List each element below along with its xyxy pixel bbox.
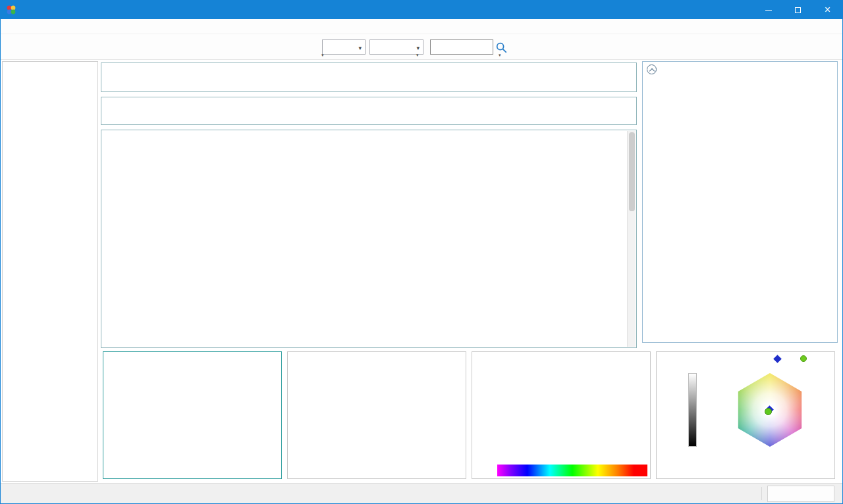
menu-bar <box>1 19 842 34</box>
maximize-button[interactable] <box>783 1 813 19</box>
app-logo-icon <box>6 5 16 15</box>
auto-button[interactable] <box>767 486 834 502</box>
search-input[interactable] <box>430 39 493 55</box>
statusbar-separator <box>761 487 762 500</box>
color-difference-panel <box>642 61 838 343</box>
close-icon <box>825 5 830 15</box>
sample-table-box <box>101 130 637 348</box>
app-window <box>0 0 843 504</box>
lab-gamut-chart[interactable] <box>656 351 835 479</box>
status-bar <box>1 483 842 503</box>
table-scrollbar[interactable] <box>627 131 636 347</box>
maximize-icon <box>795 7 801 13</box>
illuminant-observer-select[interactable] <box>369 39 423 55</box>
toolbar <box>1 34 842 60</box>
toolstrip-overflow-icon[interactable] <box>499 53 501 58</box>
scrollbar-thumb[interactable] <box>629 132 635 211</box>
chevron-down-icon <box>358 43 362 52</box>
title-bar <box>1 1 842 19</box>
spectrum-color-bar <box>497 465 647 476</box>
toolstrip-overflow-icon[interactable] <box>321 53 324 58</box>
minimize-icon <box>765 10 772 11</box>
reflectance-spectrum-chart[interactable] <box>472 351 651 479</box>
close-button[interactable] <box>813 1 842 19</box>
sample-tree <box>2 61 98 482</box>
delta-ab-scatter-chart[interactable] <box>103 351 282 479</box>
standard-table-box <box>101 97 637 125</box>
tolerance-table-box <box>101 63 637 92</box>
gamut-axes <box>657 352 836 480</box>
search-icon[interactable] <box>493 39 509 55</box>
toolstrip-overflow-icon[interactable] <box>416 53 419 58</box>
search-area <box>430 39 509 55</box>
collapse-panel-icon[interactable] <box>647 64 657 74</box>
minimize-button[interactable] <box>753 1 783 19</box>
trial-point-marker <box>765 408 772 415</box>
measure-mode-select[interactable] <box>322 39 366 55</box>
chevron-down-icon <box>416 43 420 52</box>
delta-e-trend-chart[interactable] <box>287 351 466 479</box>
